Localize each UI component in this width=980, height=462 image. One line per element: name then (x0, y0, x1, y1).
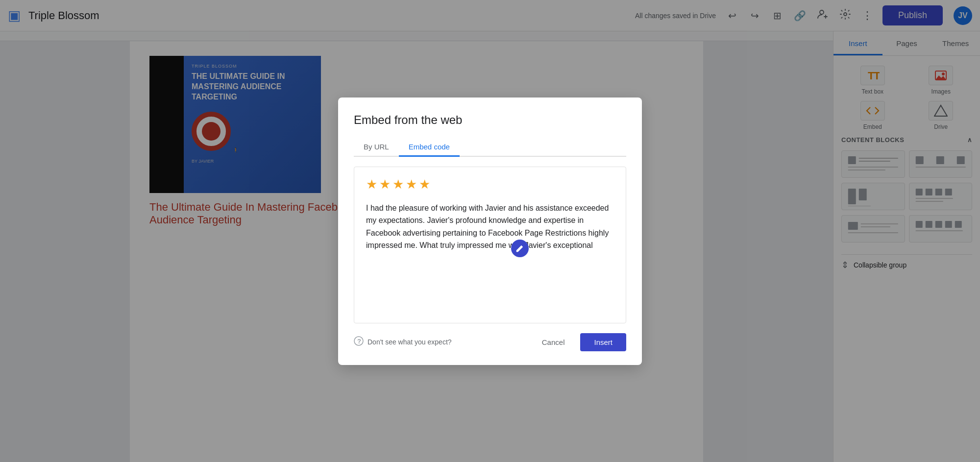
modal-title: Embed from the web (354, 113, 626, 127)
modal-footer: ? Don't see what you expect? Cancel Inse… (354, 333, 626, 351)
edit-cursor-icon[interactable] (511, 240, 529, 257)
embed-modal: Embed from the web By URL Embed code ★★★… (338, 97, 642, 365)
tab-embed-code[interactable]: Embed code (399, 139, 460, 156)
tab-by-url[interactable]: By URL (354, 139, 399, 156)
modal-overlay[interactable]: Embed from the web By URL Embed code ★★★… (0, 0, 980, 462)
dont-see-section: ? Don't see what you expect? (354, 336, 452, 348)
embed-stars: ★★★★★ (366, 177, 614, 192)
embed-preview-box: ★★★★★ I had the pleasure of working with… (354, 167, 626, 323)
svg-text:?: ? (357, 338, 361, 345)
dont-see-text: Don't see what you expect? (368, 338, 452, 346)
modal-tabs: By URL Embed code (354, 139, 626, 157)
cancel-button[interactable]: Cancel (532, 333, 575, 351)
help-icon: ? (354, 336, 364, 348)
modal-actions: Cancel Insert (532, 333, 626, 351)
embed-review-text: I had the pleasure of working with Javie… (366, 202, 614, 252)
insert-button[interactable]: Insert (580, 333, 626, 351)
